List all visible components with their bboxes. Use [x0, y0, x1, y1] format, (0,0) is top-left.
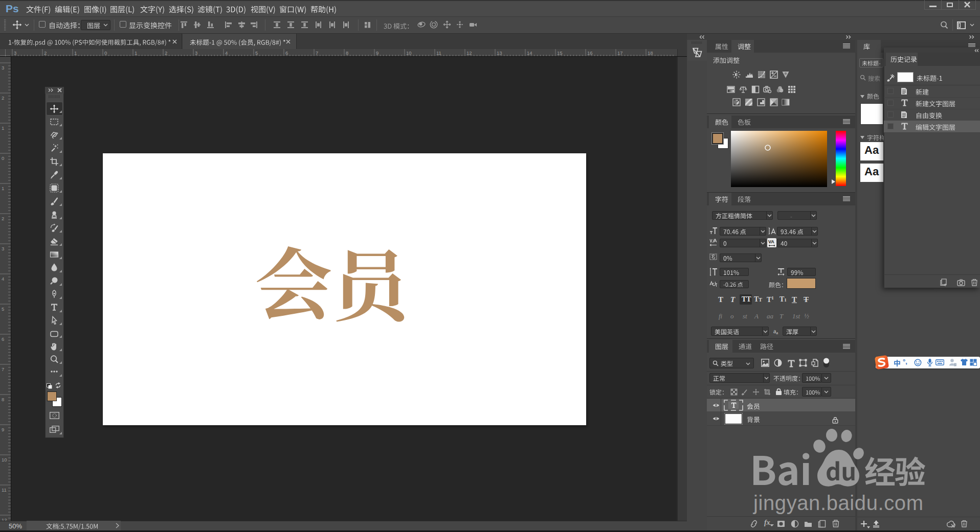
svg-text:2: 2 — [44, 50, 47, 56]
svg-text:12: 12 — [466, 50, 472, 56]
svg-text:15: 15 — [557, 50, 563, 56]
svg-text:4: 4 — [225, 50, 228, 56]
svg-text:3: 3 — [14, 50, 16, 56]
svg-text:12: 12 — [2, 517, 7, 521]
svg-text:3: 3 — [195, 50, 197, 56]
svg-text:4: 4 — [2, 276, 4, 282]
svg-text:8: 8 — [346, 50, 348, 56]
svg-text:2: 2 — [2, 95, 4, 101]
svg-text:1: 1 — [74, 50, 77, 56]
svg-text:5: 5 — [2, 306, 4, 312]
svg-text:0: 0 — [104, 50, 107, 56]
svg-text:10: 10 — [2, 457, 7, 462]
svg-text:2: 2 — [165, 50, 167, 56]
svg-text:3: 3 — [2, 246, 4, 251]
svg-text:3: 3 — [2, 65, 4, 71]
svg-text:16: 16 — [587, 50, 593, 56]
svg-text:17: 17 — [617, 50, 623, 56]
svg-text:11: 11 — [2, 487, 7, 493]
svg-text:13: 13 — [497, 50, 502, 56]
svg-text:5: 5 — [255, 50, 258, 56]
svg-text:10: 10 — [406, 50, 412, 56]
svg-text:1: 1 — [2, 186, 4, 191]
svg-text:14: 14 — [527, 50, 532, 56]
svg-text:2: 2 — [2, 216, 4, 221]
svg-text:9: 9 — [2, 427, 4, 432]
svg-text:11: 11 — [436, 50, 441, 56]
svg-text:7: 7 — [316, 50, 318, 56]
svg-text:7: 7 — [2, 366, 4, 372]
svg-text:1: 1 — [135, 50, 137, 56]
svg-text:0: 0 — [2, 155, 4, 161]
svg-text:9: 9 — [376, 50, 378, 56]
svg-text:18: 18 — [648, 50, 653, 56]
svg-text:8: 8 — [2, 397, 4, 402]
svg-text:1: 1 — [2, 125, 4, 131]
svg-text:6: 6 — [2, 336, 4, 342]
svg-text:6: 6 — [285, 50, 288, 56]
